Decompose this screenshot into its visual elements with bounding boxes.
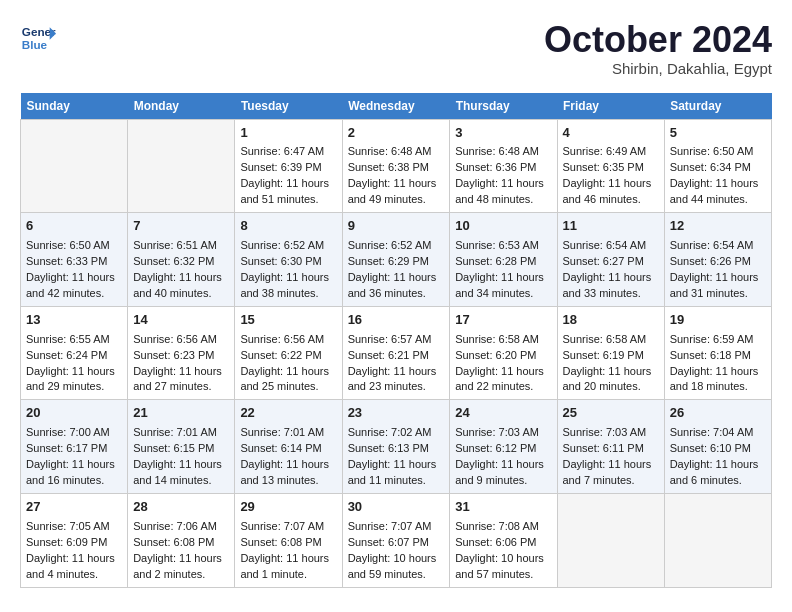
sunrise-text: Sunrise: 7:07 AM [348,519,445,535]
daylight-text: Daylight: 11 hours and 36 minutes. [348,270,445,302]
weekday-header-row: SundayMondayTuesdayWednesdayThursdayFrid… [21,93,772,120]
day-number: 27 [26,498,122,517]
calendar-week-row: 13Sunrise: 6:55 AMSunset: 6:24 PMDayligh… [21,306,772,400]
sunset-text: Sunset: 6:34 PM [670,160,766,176]
calendar-cell: 21Sunrise: 7:01 AMSunset: 6:15 PMDayligh… [128,400,235,494]
calendar-cell: 26Sunrise: 7:04 AMSunset: 6:10 PMDayligh… [664,400,771,494]
sunset-text: Sunset: 6:38 PM [348,160,445,176]
sunset-text: Sunset: 6:26 PM [670,254,766,270]
sunrise-text: Sunrise: 7:07 AM [240,519,336,535]
sunrise-text: Sunrise: 6:59 AM [670,332,766,348]
sunrise-text: Sunrise: 7:00 AM [26,425,122,441]
svg-text:Blue: Blue [22,38,48,51]
daylight-text: Daylight: 11 hours and 31 minutes. [670,270,766,302]
calendar-cell: 24Sunrise: 7:03 AMSunset: 6:12 PMDayligh… [450,400,557,494]
sunset-text: Sunset: 6:28 PM [455,254,551,270]
day-number: 22 [240,404,336,423]
calendar-table: SundayMondayTuesdayWednesdayThursdayFrid… [20,93,772,588]
weekday-header-thursday: Thursday [450,93,557,120]
sunset-text: Sunset: 6:23 PM [133,348,229,364]
day-number: 30 [348,498,445,517]
calendar-cell: 20Sunrise: 7:00 AMSunset: 6:17 PMDayligh… [21,400,128,494]
sunrise-text: Sunrise: 6:48 AM [348,144,445,160]
calendar-cell: 2Sunrise: 6:48 AMSunset: 6:38 PMDaylight… [342,119,450,213]
sunrise-text: Sunrise: 6:54 AM [563,238,659,254]
calendar-cell: 29Sunrise: 7:07 AMSunset: 6:08 PMDayligh… [235,493,342,587]
calendar-week-row: 6Sunrise: 6:50 AMSunset: 6:33 PMDaylight… [21,213,772,307]
sunrise-text: Sunrise: 6:54 AM [670,238,766,254]
calendar-cell: 22Sunrise: 7:01 AMSunset: 6:14 PMDayligh… [235,400,342,494]
calendar-cell: 16Sunrise: 6:57 AMSunset: 6:21 PMDayligh… [342,306,450,400]
day-number: 6 [26,217,122,236]
sunrise-text: Sunrise: 6:48 AM [455,144,551,160]
sunset-text: Sunset: 6:08 PM [240,535,336,551]
sunrise-text: Sunrise: 7:03 AM [563,425,659,441]
sunrise-text: Sunrise: 6:56 AM [133,332,229,348]
sunset-text: Sunset: 6:30 PM [240,254,336,270]
calendar-cell: 7Sunrise: 6:51 AMSunset: 6:32 PMDaylight… [128,213,235,307]
sunrise-text: Sunrise: 6:51 AM [133,238,229,254]
sunset-text: Sunset: 6:12 PM [455,441,551,457]
day-number: 1 [240,124,336,143]
daylight-text: Daylight: 11 hours and 29 minutes. [26,364,122,396]
calendar-cell [664,493,771,587]
weekday-header-friday: Friday [557,93,664,120]
month-title: October 2024 [544,20,772,60]
day-number: 8 [240,217,336,236]
day-number: 21 [133,404,229,423]
calendar-cell: 3Sunrise: 6:48 AMSunset: 6:36 PMDaylight… [450,119,557,213]
day-number: 15 [240,311,336,330]
sunrise-text: Sunrise: 6:50 AM [670,144,766,160]
day-number: 12 [670,217,766,236]
daylight-text: Daylight: 11 hours and 7 minutes. [563,457,659,489]
calendar-cell: 18Sunrise: 6:58 AMSunset: 6:19 PMDayligh… [557,306,664,400]
sunset-text: Sunset: 6:15 PM [133,441,229,457]
daylight-text: Daylight: 11 hours and 49 minutes. [348,176,445,208]
daylight-text: Daylight: 11 hours and 33 minutes. [563,270,659,302]
daylight-text: Daylight: 11 hours and 40 minutes. [133,270,229,302]
daylight-text: Daylight: 11 hours and 27 minutes. [133,364,229,396]
sunset-text: Sunset: 6:07 PM [348,535,445,551]
day-number: 29 [240,498,336,517]
sunrise-text: Sunrise: 7:01 AM [240,425,336,441]
day-number: 3 [455,124,551,143]
sunset-text: Sunset: 6:14 PM [240,441,336,457]
sunrise-text: Sunrise: 6:53 AM [455,238,551,254]
sunrise-text: Sunrise: 6:52 AM [240,238,336,254]
sunrise-text: Sunrise: 6:50 AM [26,238,122,254]
daylight-text: Daylight: 11 hours and 23 minutes. [348,364,445,396]
day-number: 9 [348,217,445,236]
calendar-cell: 11Sunrise: 6:54 AMSunset: 6:27 PMDayligh… [557,213,664,307]
sunrise-text: Sunrise: 6:55 AM [26,332,122,348]
sunset-text: Sunset: 6:13 PM [348,441,445,457]
sunrise-text: Sunrise: 7:08 AM [455,519,551,535]
calendar-week-row: 20Sunrise: 7:00 AMSunset: 6:17 PMDayligh… [21,400,772,494]
daylight-text: Daylight: 11 hours and 11 minutes. [348,457,445,489]
daylight-text: Daylight: 11 hours and 44 minutes. [670,176,766,208]
calendar-cell: 5Sunrise: 6:50 AMSunset: 6:34 PMDaylight… [664,119,771,213]
sunrise-text: Sunrise: 6:52 AM [348,238,445,254]
day-number: 28 [133,498,229,517]
sunrise-text: Sunrise: 7:02 AM [348,425,445,441]
sunrise-text: Sunrise: 7:01 AM [133,425,229,441]
sunset-text: Sunset: 6:39 PM [240,160,336,176]
day-number: 11 [563,217,659,236]
daylight-text: Daylight: 11 hours and 48 minutes. [455,176,551,208]
day-number: 13 [26,311,122,330]
weekday-header-sunday: Sunday [21,93,128,120]
daylight-text: Daylight: 11 hours and 34 minutes. [455,270,551,302]
sunset-text: Sunset: 6:33 PM [26,254,122,270]
calendar-cell: 1Sunrise: 6:47 AMSunset: 6:39 PMDaylight… [235,119,342,213]
sunset-text: Sunset: 6:08 PM [133,535,229,551]
calendar-cell: 28Sunrise: 7:06 AMSunset: 6:08 PMDayligh… [128,493,235,587]
sunrise-text: Sunrise: 6:56 AM [240,332,336,348]
daylight-text: Daylight: 11 hours and 38 minutes. [240,270,336,302]
day-number: 4 [563,124,659,143]
calendar-cell: 30Sunrise: 7:07 AMSunset: 6:07 PMDayligh… [342,493,450,587]
sunset-text: Sunset: 6:27 PM [563,254,659,270]
sunset-text: Sunset: 6:21 PM [348,348,445,364]
title-block: October 2024 Shirbin, Dakahlia, Egypt [544,20,772,77]
calendar-cell: 13Sunrise: 6:55 AMSunset: 6:24 PMDayligh… [21,306,128,400]
day-number: 23 [348,404,445,423]
calendar-cell: 12Sunrise: 6:54 AMSunset: 6:26 PMDayligh… [664,213,771,307]
